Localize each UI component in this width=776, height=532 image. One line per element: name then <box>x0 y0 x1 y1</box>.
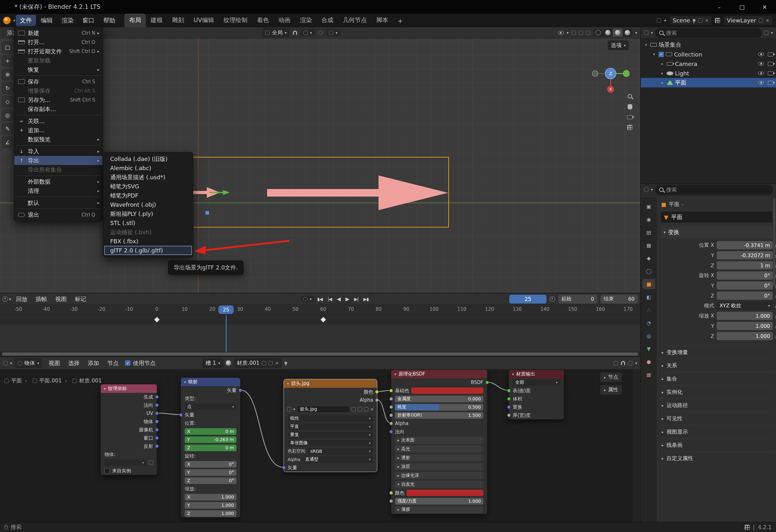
image-name-field[interactable]: 箭头.jpg <box>297 406 350 413</box>
annotate-tool[interactable]: ✎ <box>2 123 13 135</box>
workspace-tab[interactable]: 脚本 <box>372 14 393 27</box>
node-output-socket-row[interactable]: 物体 <box>101 418 157 426</box>
value-field[interactable]: 1.000 <box>717 312 773 320</box>
file-menu-item[interactable]: 重新加载 ▸ <box>14 56 103 65</box>
file-menu-item[interactable]: 保存副本... ▸ <box>14 104 103 113</box>
properties-scrollbar[interactable] <box>773 198 775 286</box>
collapsed-section[interactable]: ▸ 实例化 <box>660 385 773 398</box>
file-menu-item[interactable]: 导出 ▸ <box>14 156 103 165</box>
play-button[interactable]: ▶ <box>344 295 351 303</box>
orientation-dropdown[interactable]: 全局 ▾ <box>262 28 290 38</box>
vector-field-row[interactable]: X1.000 <box>181 493 240 501</box>
editor-type-icon[interactable] <box>644 188 648 192</box>
export-menu-item[interactable]: Collada (.dae) (旧版) <box>103 154 193 164</box>
unlink-image-icon[interactable]: ✕ <box>370 407 374 412</box>
outliner-row[interactable]: ▸ ✓ Light <box>641 68 776 78</box>
object-data-tab-icon[interactable]: ▼ <box>642 344 655 354</box>
hide-eye-icon[interactable] <box>758 71 764 75</box>
transform-tool[interactable]: ◎ <box>2 109 13 121</box>
vector-field-row[interactable]: Z0° <box>181 477 240 485</box>
node-input-socket-row[interactable]: 体积 <box>509 395 564 403</box>
collapsed-section[interactable]: ▸ 线条画 <box>660 438 773 452</box>
outliner-row[interactable]: ▾ ✓ Collection <box>641 49 776 59</box>
viewlayer-icon[interactable] <box>715 18 720 23</box>
input-socket[interactable] <box>389 491 393 495</box>
ior-row[interactable]: 折射率(IOR)1.500 <box>391 411 487 419</box>
output-target-dropdown[interactable]: 全部 <box>513 379 560 386</box>
sidebar-tab[interactable]: ▸ 属性 <box>600 384 622 395</box>
keyframed-value-field[interactable]: Y-0.263 m <box>185 437 236 443</box>
value-field[interactable]: X1.000 <box>185 494 236 500</box>
snap-magnet-icon[interactable] <box>293 31 297 35</box>
export-menu-item[interactable]: 蜡笔为PDF <box>103 191 193 200</box>
fake-user-shield-icon[interactable] <box>262 361 266 365</box>
file-menu-item[interactable]: 增量保存 Ctrl Alt S ▸ <box>14 86 103 95</box>
outliner-row[interactable]: ▾ ✓ 场景集合 <box>641 40 776 49</box>
menu-button[interactable]: 帮助 <box>99 15 119 26</box>
move-tool[interactable]: ⊕ <box>2 69 13 80</box>
node-output-socket-row[interactable]: 摄像机 <box>101 426 157 434</box>
file-menu-item[interactable]: 导出所有集合 ▸ <box>14 165 103 174</box>
menu-button[interactable]: 编辑 <box>37 15 57 26</box>
falloff-dropdown[interactable]: ▾ <box>326 29 341 36</box>
value-field[interactable]: Y1.000 <box>185 502 236 509</box>
vector-field-row[interactable]: Y-0.263 m <box>181 436 240 444</box>
scene-selector[interactable]: Scene ✕ <box>669 15 712 25</box>
input-socket[interactable] <box>507 397 511 401</box>
world-tab-icon[interactable]: ◯ <box>642 266 655 276</box>
render-visibility-icon[interactable] <box>768 81 773 85</box>
export-menu-item[interactable]: Wavefront (.obj) <box>103 200 193 209</box>
shading-rendered-icon[interactable] <box>622 29 632 37</box>
node-output-socket-row[interactable]: BSDF <box>391 378 487 386</box>
copy-image-icon[interactable] <box>358 407 362 412</box>
collapsed-subpanel[interactable]: ▸涂层 <box>391 462 487 471</box>
menu-button[interactable]: 文件 <box>16 15 36 26</box>
current-frame-field[interactable]: 25 <box>509 295 547 304</box>
breadcrumb-item[interactable]: 材质.001 <box>65 377 102 384</box>
node-mapping[interactable]: ▾映射 矢量 类型: 点 矢量 位置: X0 mY-0.263 mZ0 m 旋转… <box>181 377 240 518</box>
export-menu-item[interactable]: Alembic (.abc) <box>103 164 193 173</box>
output-tab-icon[interactable]: ▤ <box>642 227 655 237</box>
selected-object-outline[interactable] <box>151 157 449 228</box>
from-instancer-checkbox[interactable]: ✓ <box>105 468 110 474</box>
editor-type-icon[interactable] <box>3 361 8 365</box>
file-menu-item[interactable]: 清理 ▸ <box>14 186 103 195</box>
file-menu-item[interactable]: 保存 Ctrl S ▸ <box>14 77 103 86</box>
frame-range-clock-icon[interactable] <box>550 296 555 302</box>
node-output-socket-row[interactable]: 窗口 <box>101 434 157 442</box>
breadcrumb-item[interactable]: 平面 <box>4 377 22 384</box>
base-color-row[interactable]: 基础色 <box>391 386 487 395</box>
ior-slider[interactable]: 折射率(IOR)1.500 <box>395 412 483 419</box>
shader-mode-dropdown[interactable]: 物体▾ <box>14 358 42 368</box>
snap-node-icon[interactable] <box>614 361 618 365</box>
cursor-tool[interactable]: + <box>2 55 13 66</box>
value-field[interactable]: X0° <box>185 461 236 468</box>
emission-subpanel[interactable]: ▾自发光 <box>391 480 487 489</box>
file-menu-item[interactable]: ▸ <box>14 74 103 77</box>
file-menu-item[interactable]: 打开近期文件 Shift Ctrl O ▸ <box>14 47 103 56</box>
collapsed-subpanel[interactable]: ▸次表面 <box>391 436 487 445</box>
emission-color-row[interactable]: 颜色 <box>391 489 487 497</box>
snap-target-dropdown[interactable]: ▾ <box>300 29 315 36</box>
base-color-swatch[interactable] <box>411 387 483 394</box>
value-field[interactable]: 0° <box>717 281 773 290</box>
sidebar-tab[interactable]: ▸ 节点 <box>600 372 622 382</box>
gizmos-toggle-icon[interactable] <box>571 31 576 35</box>
collapse-icon[interactable]: ▾ <box>184 380 186 384</box>
unlink-material-icon[interactable]: ✕ <box>275 361 279 366</box>
material-preview-icon[interactable] <box>226 360 231 366</box>
material-tab-icon[interactable]: ● <box>642 356 655 367</box>
object-picker-field[interactable] <box>105 460 147 466</box>
disclosure-icon[interactable]: ▾ <box>643 43 648 47</box>
new-viewlayer-icon[interactable] <box>759 18 763 23</box>
modifiers-tab-icon[interactable]: ◧ <box>642 292 655 302</box>
sidebar-tab-strip[interactable] <box>632 369 640 523</box>
input-socket[interactable] <box>179 413 183 417</box>
collection-checkbox[interactable]: ✓ <box>658 52 664 57</box>
collapsed-section[interactable]: ▸ 关系 <box>660 359 773 372</box>
timeline-menu-button[interactable]: 视图 <box>51 294 70 304</box>
collapse-icon[interactable]: ▾ <box>394 372 396 376</box>
output-socket[interactable] <box>155 420 159 424</box>
menu-button[interactable]: 窗口 <box>78 15 99 26</box>
shading-solid-icon[interactable] <box>603 29 613 37</box>
